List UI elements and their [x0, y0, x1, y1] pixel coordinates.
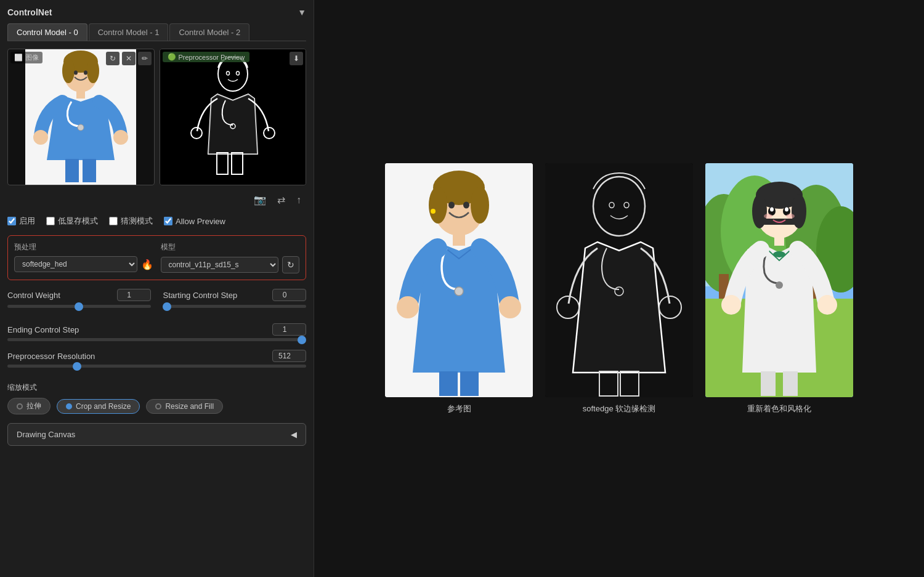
- svg-rect-71: [761, 371, 776, 396]
- model-select[interactable]: control_v11p_sd15_s: [161, 257, 279, 273]
- preprocessor-select[interactable]: softedge_hed: [14, 256, 137, 272]
- model-section: 预处理 softedge_hed 🔥 模型 control_v11p_sd15_…: [7, 235, 306, 280]
- enable-checkbox-item[interactable]: 启用: [7, 216, 35, 227]
- ending-control-step-label: Ending Control Step: [7, 325, 79, 334]
- low-vram-checkbox-item[interactable]: 低显存模式: [46, 216, 98, 227]
- control-weight-input[interactable]: [117, 289, 151, 301]
- edit-source-btn[interactable]: ✏: [138, 52, 152, 65]
- right-panel: 参考图: [314, 0, 924, 577]
- svg-point-26: [471, 187, 489, 224]
- starting-control-step-slider[interactable]: [163, 305, 306, 308]
- panel-title: ControlNet: [7, 7, 52, 17]
- scale-resize-fill-option[interactable]: Resize and Fill: [146, 399, 223, 414]
- svg-point-63: [785, 207, 788, 211]
- download-preprocessor-btn[interactable]: ⬇: [290, 52, 303, 65]
- svg-rect-7: [76, 90, 85, 99]
- guess-mode-checkbox-item[interactable]: 猜测模式: [109, 216, 153, 227]
- svg-point-25: [429, 187, 447, 224]
- svg-rect-35: [460, 371, 479, 396]
- source-image-label: ⬜ 图像: [10, 52, 43, 63]
- low-vram-checkbox[interactable]: [46, 217, 55, 225]
- crop-resize-radio-dot: [66, 403, 72, 410]
- svg-point-69: [721, 295, 741, 315]
- preprocessor-label: 🟢 Preprocessor Preview: [163, 52, 250, 62]
- svg-point-62: [770, 207, 774, 211]
- svg-rect-34: [439, 371, 458, 396]
- image-row: ⬜ 图像 ↻ ✕ ✏: [7, 49, 306, 185]
- stretch-radio-dot: [17, 403, 23, 410]
- control-weight-slider[interactable]: [7, 305, 151, 308]
- svg-point-3: [62, 59, 75, 83]
- drawing-canvas-collapse-icon: ◀: [291, 430, 297, 439]
- svg-point-33: [499, 296, 521, 318]
- enable-checkbox[interactable]: [7, 217, 16, 225]
- combined-slider-track: [7, 305, 306, 315]
- svg-point-5: [74, 71, 78, 75]
- svg-point-6: [84, 71, 87, 75]
- gallery-img-reference: [385, 163, 533, 397]
- svg-point-8: [33, 130, 48, 145]
- refresh-source-btn[interactable]: ↻: [106, 52, 120, 65]
- ending-control-step-row: Ending Control Step: [7, 323, 306, 336]
- control-weight-row: Control Weight: [7, 289, 151, 301]
- panel-collapse-arrow[interactable]: ▼: [298, 7, 306, 17]
- model-row: 预处理 softedge_hed 🔥 模型 control_v11p_sd15_…: [14, 242, 299, 273]
- svg-point-4: [87, 59, 99, 83]
- scale-crop-resize-option[interactable]: Crop and Resize: [57, 399, 140, 414]
- scale-stretch-option[interactable]: 拉伸: [7, 398, 51, 414]
- ending-control-step-input[interactable]: [272, 323, 306, 336]
- scale-mode-options: 拉伸 Crop and Resize Resize and Fill: [7, 398, 306, 414]
- tab-control-model-1[interactable]: Control Model - 1: [89, 23, 169, 41]
- source-image-display: [8, 49, 154, 185]
- refresh-model-btn[interactable]: ↻: [282, 256, 299, 273]
- scale-mode-label: 缩放模式: [7, 382, 306, 393]
- camera-btn[interactable]: 📷: [251, 192, 269, 208]
- up-btn[interactable]: ↑: [294, 192, 304, 208]
- preprocessor-resolution-row: Preprocessor Resolution: [7, 350, 306, 362]
- model-col: 模型 control_v11p_sd15_s ↻: [161, 242, 300, 273]
- svg-rect-66: [774, 236, 784, 246]
- action-row: 📷 ⇄ ↑: [7, 192, 306, 208]
- source-image-box: ⬜ 图像 ↻ ✕ ✏: [7, 49, 155, 185]
- image-icon: ⬜: [14, 54, 23, 62]
- checkboxes-row: 启用 低显存模式 猜测模式 Allow Preview: [7, 216, 306, 227]
- preprocessor-col-label: 预处理: [14, 242, 153, 252]
- preprocessor-dot: 🟢: [168, 53, 176, 61]
- guess-mode-checkbox[interactable]: [109, 217, 118, 225]
- svg-point-27: [448, 201, 455, 208]
- preprocessor-resolution-slider[interactable]: [7, 365, 306, 368]
- preprocessor-col: 预处理 softedge_hed 🔥: [14, 242, 153, 273]
- swap-btn[interactable]: ⇄: [275, 192, 288, 208]
- svg-rect-72: [783, 371, 798, 396]
- preprocessor-resolution-input[interactable]: [272, 350, 306, 362]
- gallery-caption-reference: 参考图: [447, 403, 471, 414]
- close-source-btn[interactable]: ✕: [122, 52, 136, 65]
- resize-fill-radio-dot: [155, 403, 161, 410]
- allow-preview-checkbox-item[interactable]: Allow Preview: [164, 217, 225, 226]
- svg-point-9: [113, 130, 128, 145]
- gallery-caption-softedge: softedge 软边缘检测: [583, 403, 656, 414]
- starting-control-step-input[interactable]: [272, 289, 306, 301]
- svg-point-29: [431, 209, 436, 214]
- gallery-img-softedge: [545, 163, 693, 397]
- control-weight-label: Control Weight: [7, 291, 60, 300]
- gallery-item-softedge: softedge 软边缘检测: [545, 163, 693, 414]
- gallery-row: 参考图: [385, 163, 853, 414]
- svg-rect-30: [453, 233, 465, 246]
- ending-control-step-slider[interactable]: [7, 338, 306, 341]
- drawing-canvas-label: Drawing Canvas: [17, 430, 75, 439]
- svg-point-32: [397, 296, 419, 318]
- control-model-tabs: Control Model - 0 Control Model - 1 Cont…: [7, 23, 306, 41]
- drawing-canvas-row[interactable]: Drawing Canvas ◀: [7, 423, 306, 446]
- starting-control-step-row: Starting Control Step: [163, 289, 307, 301]
- gallery-img-styled: [705, 163, 853, 397]
- allow-preview-checkbox[interactable]: [164, 217, 172, 225]
- svg-point-68: [776, 281, 783, 289]
- tab-control-model-2[interactable]: Control Model - 2: [169, 23, 249, 41]
- source-image-controls: ↻ ✕ ✏: [106, 52, 152, 65]
- preprocessor-download: ⬇: [290, 52, 303, 65]
- fire-icon: 🔥: [141, 259, 153, 270]
- tab-control-model-0[interactable]: Control Model - 0: [7, 23, 87, 41]
- preprocessor-select-row: softedge_hed 🔥: [14, 256, 153, 272]
- gallery-item-reference: 参考图: [385, 163, 533, 414]
